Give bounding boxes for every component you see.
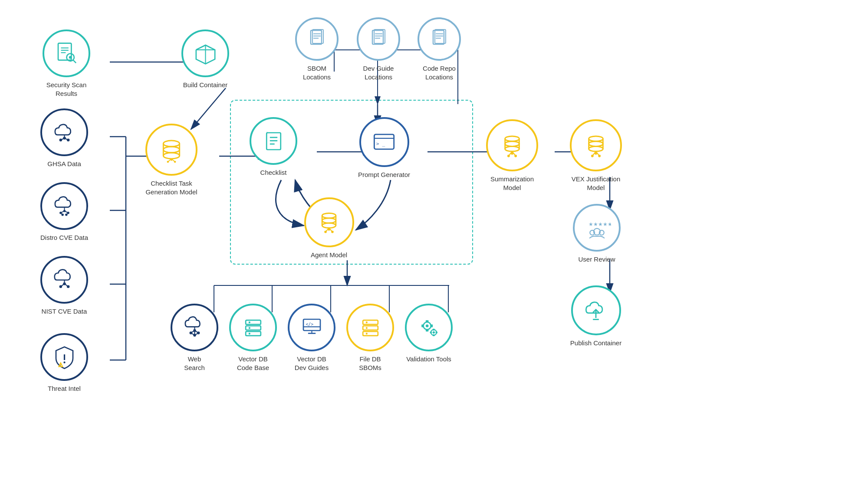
vex-label: VEX JustificationModel (572, 175, 621, 192)
code-repo-node: Code RepoLocations (413, 17, 465, 81)
checklist-model-label: Checklist TaskGeneration Model (145, 179, 197, 196)
distro-cve-label: Distro CVE Data (40, 233, 88, 242)
svg-rect-172 (421, 324, 424, 327)
sbom-label: SBOMLocations (303, 64, 331, 81)
web-search-label: WebSearch (184, 355, 205, 372)
svg-line-34 (73, 60, 76, 63)
user-review-icon: ★★★★★ (583, 214, 611, 242)
sbom-icon (304, 26, 330, 52)
svg-point-156 (248, 332, 250, 334)
svg-point-111 (505, 136, 519, 141)
svg-line-4 (191, 88, 226, 129)
checklist-circle (250, 117, 297, 165)
svg-text:</>: </> (306, 322, 313, 327)
user-review-label: User Review (578, 255, 615, 264)
svg-point-129 (589, 146, 603, 151)
agent-model-circle (304, 197, 354, 247)
file-db-sboms-icon (356, 314, 385, 342)
agent-model-label: Agent Model (311, 251, 347, 259)
checklist-model-circle (145, 124, 197, 176)
ghsa-label: GHSA Data (47, 160, 81, 168)
agent-model-node: Agent Model (301, 197, 357, 259)
checklist-model-icon (156, 134, 187, 165)
build-container-node: Build Container (177, 29, 233, 89)
publish-container-node: Publish Container (563, 285, 628, 347)
security-scan-icon (53, 39, 81, 68)
svg-point-175 (432, 331, 434, 333)
svg-line-59 (64, 284, 68, 287)
validation-tools-node: Validation Tools (401, 304, 457, 364)
summarization-model-node: SummarizationModel (482, 119, 542, 192)
svg-rect-179 (435, 331, 437, 333)
prompt-generator-node: > _ Prompt Generator (354, 117, 414, 179)
user-review-node: ★★★★★ User Review (564, 204, 629, 264)
svg-point-117 (505, 146, 519, 151)
validation-circle (405, 304, 453, 351)
web-search-circle (171, 304, 218, 351)
diagram: Security Scan Results Build Container (0, 0, 868, 488)
svg-point-64 (60, 366, 61, 367)
web-search-node: WebSearch (166, 304, 223, 372)
vector-db-dev-label: Vector DBDev Guides (295, 355, 329, 372)
threat-intel-node: Threat Intel (36, 333, 92, 393)
dev-guide-node: Dev GuideLocations (352, 17, 404, 81)
svg-line-58 (60, 284, 64, 287)
svg-point-35 (69, 56, 72, 59)
svg-rect-164 (363, 331, 378, 336)
nist-cve-node: NIST CVE Data (36, 256, 92, 316)
svg-rect-173 (430, 324, 432, 327)
checklist-icon (260, 127, 288, 155)
prompt-generator-circle: > _ (359, 117, 409, 167)
svg-point-154 (248, 321, 250, 323)
nist-cve-label: NIST CVE Data (42, 307, 87, 316)
svg-point-68 (163, 147, 179, 153)
svg-rect-178 (430, 331, 431, 333)
ghsa-circle (40, 108, 88, 156)
build-container-label: Build Container (183, 81, 228, 89)
security-scan-label: Security Scan Results (46, 81, 87, 98)
validation-label: Validation Tools (406, 355, 451, 364)
svg-point-114 (505, 141, 519, 147)
svg-point-105 (322, 223, 336, 228)
file-db-sboms-circle (346, 304, 394, 351)
svg-text:> _: > _ (376, 140, 385, 146)
security-scan-circle (43, 29, 90, 77)
file-db-sboms-label: File DBSBOMs (359, 355, 381, 372)
checklist-model-node: Checklist TaskGeneration Model (139, 124, 204, 196)
svg-rect-153 (246, 331, 261, 336)
file-db-sboms-node: File DBSBOMs (342, 304, 398, 372)
threat-intel-circle (40, 333, 88, 381)
svg-rect-152 (246, 326, 261, 330)
threat-intel-icon (50, 343, 79, 371)
summarization-icon (497, 130, 527, 160)
svg-rect-162 (363, 320, 378, 324)
agent-model-icon (314, 208, 344, 237)
vector-db-dev-circle: </> (288, 304, 335, 351)
build-container-icon (191, 39, 220, 68)
build-container-circle (181, 29, 229, 77)
vex-circle (570, 119, 622, 171)
svg-rect-170 (425, 320, 428, 322)
checklist-node: Checklist (245, 117, 302, 177)
user-review-circle: ★★★★★ (573, 204, 621, 252)
vex-model-node: VEX JustificationModel (563, 119, 628, 192)
code-repo-circle (418, 17, 461, 61)
svg-point-99 (322, 213, 336, 218)
svg-point-155 (248, 327, 250, 328)
svg-point-126 (589, 141, 603, 147)
svg-point-102 (322, 218, 336, 223)
validation-icon (415, 314, 443, 342)
ghsa-icon (50, 118, 79, 147)
dev-guide-circle (357, 17, 400, 61)
publish-label: Publish Container (570, 339, 621, 347)
svg-point-123 (589, 136, 603, 141)
nist-cve-circle (40, 256, 88, 304)
svg-rect-163 (363, 326, 378, 330)
svg-point-167 (365, 332, 367, 334)
svg-rect-177 (433, 334, 434, 336)
prompt-generator-label: Prompt Generator (358, 170, 410, 179)
svg-point-165 (365, 321, 367, 323)
security-scan-node: Security Scan Results (38, 29, 95, 98)
summarization-label: SummarizationModel (490, 175, 534, 192)
publish-circle (571, 285, 621, 335)
